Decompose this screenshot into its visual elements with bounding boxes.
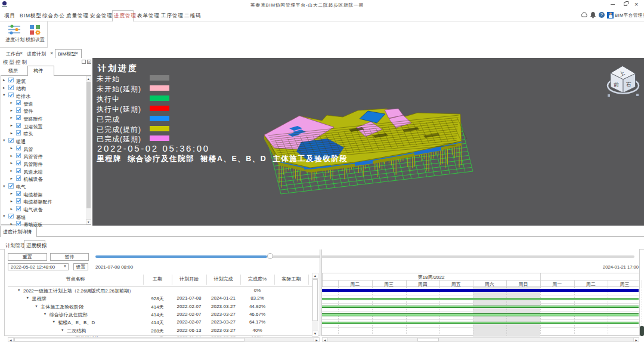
- svg-text:右: 右: [626, 81, 631, 87]
- svg-text:前: 前: [614, 82, 619, 88]
